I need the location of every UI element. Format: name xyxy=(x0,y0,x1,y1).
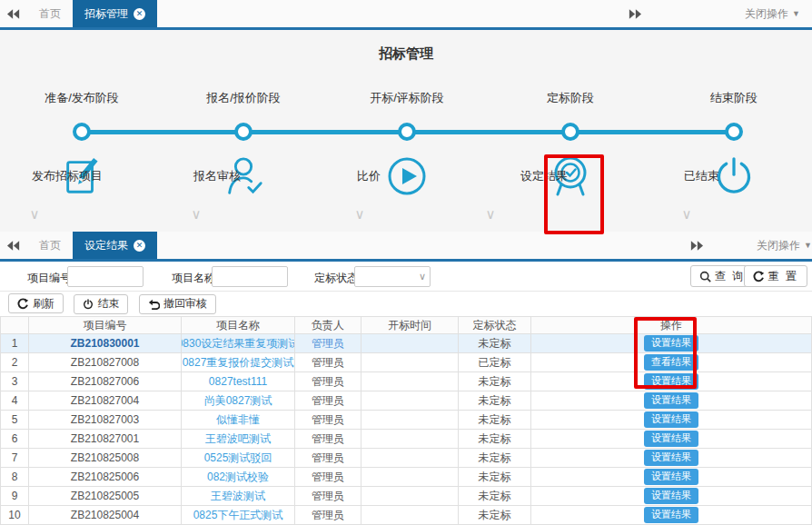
project-code-cell: ZB210827001 xyxy=(29,430,182,449)
project-code-input[interactable] xyxy=(67,266,144,287)
set-result-button[interactable]: 设置结果 xyxy=(644,392,698,408)
set-result-button[interactable]: 设置结果 xyxy=(644,431,698,446)
project-code-cell: ZB210827008 xyxy=(29,353,182,372)
table-row[interactable]: 4 ZB210827004 尚美0827测试 管理员 未定标 设置结果 xyxy=(0,391,812,411)
close-operations-menu-inner[interactable]: 关闭操作 ▼ xyxy=(757,232,812,259)
inner-tabbar-right xyxy=(683,232,710,259)
project-name-link[interactable]: 0827重复报价提交测试 xyxy=(182,353,295,372)
withdraw-review-button[interactable]: 撤回审核 xyxy=(139,294,216,314)
timeline-dot-5 xyxy=(725,123,743,141)
step-publish-project[interactable]: 发布招标项目 xyxy=(32,154,132,204)
table-row[interactable]: 8 ZB210825006 082测试校验 管理员 未定标 设置结果 xyxy=(0,468,812,487)
tabs-scroll-left-icon[interactable] xyxy=(0,232,27,259)
set-result-button[interactable]: 设置结果 xyxy=(644,469,698,484)
project-name-link[interactable]: 0825下午正式测试 xyxy=(182,506,295,525)
header-open-time: 开标时间 xyxy=(361,317,459,334)
header-owner: 负责人 xyxy=(295,317,361,334)
set-result-button[interactable]: 设置结果 xyxy=(644,450,698,465)
status-cell: 未定标 xyxy=(459,430,531,449)
chevron-down-icon: ∨ xyxy=(355,207,365,221)
action-cell: 设置结果 xyxy=(531,411,812,430)
tabs-scroll-right-icon[interactable] xyxy=(621,9,649,19)
status-cell: 未定标 xyxy=(459,411,531,430)
tab-home[interactable]: 首页 xyxy=(27,0,73,27)
open-time-cell xyxy=(361,334,459,353)
table-row[interactable]: 7 ZB210825008 0525测试驳回 管理员 未定标 设置结果 xyxy=(0,449,812,468)
set-result-button[interactable]: 设置结果 xyxy=(644,335,698,351)
owner-cell: 管理员 xyxy=(295,468,361,487)
action-cell: 设置结果 xyxy=(531,372,812,391)
step-label: 发布招标项目 xyxy=(32,168,103,184)
row-index: 1 xyxy=(0,334,29,353)
action-cell: 设置结果 xyxy=(531,487,812,506)
open-time-cell xyxy=(361,430,459,449)
set-result-button[interactable]: 设置结果 xyxy=(644,411,698,427)
row-index: 10 xyxy=(0,506,29,525)
finish-button[interactable]: 结束 xyxy=(74,294,128,314)
action-cell: 设置结果 xyxy=(531,506,812,525)
project-name-input[interactable] xyxy=(212,266,288,287)
tab-set-result[interactable]: 设定结果 ✕ xyxy=(73,232,157,259)
step-set-result[interactable]: 设定结果 xyxy=(520,154,620,204)
chevron-down-icon: ∨ xyxy=(30,207,40,221)
top-tabbar-right xyxy=(621,0,649,27)
table-row[interactable]: 1 ZB210830001 0830设定结果重复项测试 管理员 未定标 设置结果 xyxy=(0,334,812,353)
page-title: 招标管理 xyxy=(0,45,812,63)
view-result-button[interactable]: 查看结果 xyxy=(644,354,698,370)
table-row[interactable]: 9 ZB210825005 王碧波测试 管理员 未定标 设置结果 xyxy=(0,487,812,506)
step-signup-review[interactable]: 报名审核 xyxy=(193,154,293,204)
tab-close-icon[interactable]: ✕ xyxy=(134,240,145,252)
step-compare-price[interactable]: 比价 xyxy=(357,154,457,204)
set-result-button[interactable]: 设置结果 xyxy=(644,488,698,503)
tab-bidding-management[interactable]: 招标管理 ✕ xyxy=(73,0,157,27)
step-label: 比价 xyxy=(357,168,381,184)
table-row[interactable]: 5 ZB210827003 似懂非懂 管理员 未定标 设置结果 xyxy=(0,411,812,430)
step-finished[interactable]: 已结束 xyxy=(684,154,784,204)
table-row[interactable]: 3 ZB210827006 0827test111 管理员 未定标 设置结果 xyxy=(0,372,812,391)
close-operations-menu[interactable]: 关闭操作 ▼ xyxy=(745,0,800,27)
search-icon xyxy=(699,271,711,282)
close-operations-label: 关闭操作 xyxy=(745,6,788,22)
tab-home-inner[interactable]: 首页 xyxy=(27,232,73,259)
set-result-button[interactable]: 设置结果 xyxy=(644,373,698,389)
table-row[interactable]: 2 ZB210827008 0827重复报价提交测试 管理员 已定标 查看结果 xyxy=(0,353,812,372)
top-tabbar: 首页 招标管理 ✕ 关闭操作 ▼ xyxy=(0,0,812,30)
project-name-link[interactable]: 0830设定结果重复项测试 xyxy=(182,334,295,353)
tab-close-icon[interactable]: ✕ xyxy=(134,8,145,20)
project-name-link[interactable]: 王碧波测试 xyxy=(182,487,295,506)
refresh-icon xyxy=(17,298,29,310)
status-select[interactable]: ∨ xyxy=(354,266,431,287)
projects-table: 项目编号 项目名称 负责人 开标时间 定标状态 操作 1 ZB210830001… xyxy=(0,316,812,525)
table-row[interactable]: 10 ZB210825004 0825下午正式测试 管理员 未定标 设置结果 xyxy=(0,506,812,525)
action-cell: 设置结果 xyxy=(531,391,812,411)
project-code-cell: ZB210827006 xyxy=(29,372,182,391)
double-chevron-right-icon xyxy=(690,241,703,251)
project-name-link[interactable]: 王碧波吧测试 xyxy=(182,430,295,449)
project-name-link[interactable]: 似懂非懂 xyxy=(182,411,295,430)
tabs-scroll-left-icon[interactable] xyxy=(0,0,27,27)
chevron-down-icon: ∨ xyxy=(682,207,692,221)
refresh-button[interactable]: 刷新 xyxy=(8,293,64,313)
power-icon xyxy=(714,154,754,201)
caret-down-icon: ▼ xyxy=(804,241,812,250)
reset-button[interactable]: 重 置 xyxy=(744,265,807,287)
header-status: 定标状态 xyxy=(459,317,531,334)
project-code-cell: ZB210825005 xyxy=(29,487,182,506)
table-row[interactable]: 6 ZB210827001 王碧波吧测试 管理员 未定标 设置结果 xyxy=(0,430,812,449)
project-name-link[interactable]: 尚美0827测试 xyxy=(182,391,295,411)
project-name-link[interactable]: 082测试校验 xyxy=(182,468,295,487)
owner-cell: 管理员 xyxy=(295,334,361,353)
chevron-down-icon: ∨ xyxy=(486,207,496,221)
open-time-cell xyxy=(361,411,459,430)
row-index: 4 xyxy=(0,391,29,411)
step-label: 已结束 xyxy=(684,168,719,184)
action-cell: 设置结果 xyxy=(531,449,812,468)
power-icon xyxy=(83,299,94,310)
caret-down-icon: ▼ xyxy=(792,9,800,18)
owner-cell: 管理员 xyxy=(295,449,361,468)
set-result-button[interactable]: 设置结果 xyxy=(644,507,698,522)
tabs-scroll-right-icon[interactable] xyxy=(683,241,710,251)
project-name-link[interactable]: 0525测试驳回 xyxy=(182,449,295,468)
refresh-icon xyxy=(753,271,765,282)
project-name-link[interactable]: 0827test111 xyxy=(182,372,295,391)
